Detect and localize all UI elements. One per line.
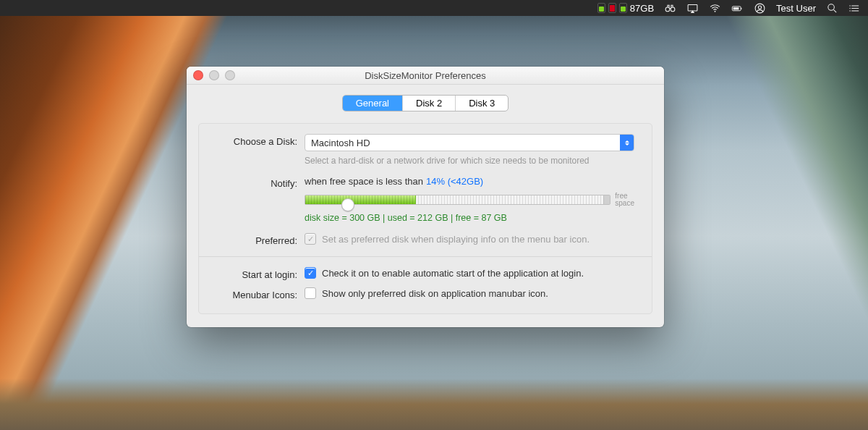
svg-point-0	[665, 7, 670, 12]
start-login-checkbox[interactable]	[305, 267, 316, 279]
wifi-icon[interactable]	[709, 2, 721, 14]
free-space-caption: free space	[615, 193, 634, 207]
spotlight-icon[interactable]	[826, 2, 838, 14]
choose-disk-label: Choose a Disk:	[216, 134, 305, 147]
preferred-checkbox[interactable]	[305, 233, 316, 245]
settings-panel: Choose a Disk: Macintosh HD Select a har…	[198, 123, 652, 314]
tab-disk3[interactable]: Disk 3	[455, 96, 508, 111]
svg-point-9	[828, 4, 835, 10]
slider-end	[603, 195, 610, 204]
choose-disk-select[interactable]: Macintosh HD	[305, 134, 634, 151]
start-login-text: Check it on to enable automatic start of…	[322, 268, 584, 279]
window-body: General Disk 2 Disk 3 Choose a Disk: Mac…	[187, 85, 664, 327]
svg-rect-2	[688, 4, 697, 11]
preferences-window: DiskSizeMonitor Preferences General Disk…	[187, 67, 664, 327]
slider-thumb[interactable]	[341, 198, 354, 211]
svg-point-3	[715, 10, 716, 12]
tab-bar: General Disk 2 Disk 3	[187, 95, 664, 111]
slider-fill	[305, 195, 416, 204]
menubar-icons-label: Menubar Icons:	[216, 287, 305, 300]
svg-point-1	[671, 7, 675, 12]
close-button[interactable]	[193, 70, 203, 80]
preferred-text: Set as preferred disk when displaying in…	[322, 234, 590, 245]
svg-rect-5	[741, 7, 741, 9]
threshold-slider[interactable]	[305, 195, 610, 205]
disk-info: disk size = 300 GB | used = 212 GB | fre…	[305, 213, 634, 223]
zoom-button[interactable]	[225, 70, 235, 80]
notify-label: Notify:	[216, 176, 305, 189]
separator	[199, 256, 652, 257]
svg-rect-6	[733, 7, 739, 9]
free-space-text: 87GB	[630, 3, 654, 14]
disk-icon	[597, 3, 605, 13]
svg-point-10	[849, 5, 850, 6]
binoculars-icon[interactable]	[664, 2, 676, 14]
airplay-icon[interactable]	[686, 2, 699, 14]
choose-disk-value: Macintosh HD	[305, 138, 620, 148]
user-name[interactable]: Test User	[776, 3, 816, 14]
choose-disk-hint: Select a hard-disk or a network drive fo…	[305, 156, 634, 166]
desktop: 87GB Test User	[0, 0, 868, 430]
tab-general[interactable]: General	[343, 96, 402, 111]
svg-point-11	[849, 7, 850, 8]
disk-icon	[608, 3, 616, 13]
menubar-icons-text: Show only preferred disk on application …	[322, 288, 548, 299]
disk-icon	[619, 3, 627, 13]
svg-point-12	[849, 10, 850, 11]
menubar-icons-checkbox[interactable]	[305, 287, 316, 299]
chevron-updown-icon	[620, 135, 634, 151]
window-title: DiskSizeMonitor Preferences	[365, 70, 486, 81]
battery-icon[interactable]	[731, 2, 744, 14]
preferred-label: Preferred:	[216, 233, 305, 246]
menubar-disksize[interactable]: 87GB	[597, 3, 654, 14]
user-menu-icon[interactable]	[754, 2, 766, 14]
notify-value: 14% (<42GB)	[426, 176, 483, 187]
menu-list-icon[interactable]	[848, 2, 861, 14]
notify-text: when free space is less than	[305, 176, 423, 187]
start-login-label: Start at login:	[216, 267, 305, 280]
minimize-button[interactable]	[209, 70, 219, 80]
menubar: 87GB Test User	[0, 0, 868, 16]
svg-point-8	[758, 5, 761, 8]
titlebar[interactable]: DiskSizeMonitor Preferences	[187, 67, 664, 85]
tab-disk2[interactable]: Disk 2	[402, 96, 455, 111]
